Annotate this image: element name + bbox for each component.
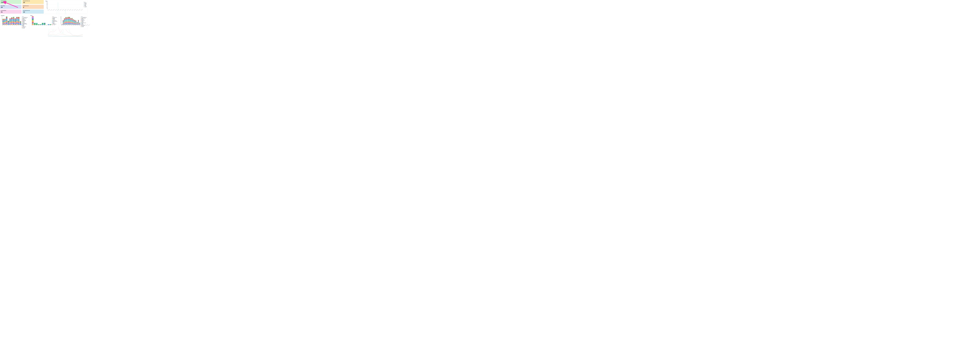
bar-column[interactable] [10,18,11,25]
legend-item[interactable]: Synthesizer School [22,24,28,24]
legend-item[interactable]: FB Reels [83,3,87,3]
scheduled-panel: Scheduled 1816141210864209/13/20239/14/2… [0,14,29,29]
scheduled-bars: 1816141210864209/13/20239/14/20239/15/20… [1,16,21,27]
bar-column[interactable] [76,22,78,25]
legend-item[interactable]: YouTube [81,27,87,27]
kpi-label: Scheduled (Week) [1,1,21,1]
legend-item[interactable]: Twitter [52,22,57,23]
ready-panel: Ready 1210864209/13/20239/14/20239/15/20… [29,14,58,29]
legend-item[interactable]: Twitter [83,5,87,6]
legend-item[interactable]: LinkedIn [52,20,57,21]
kpi-value: 29 [1,6,21,8]
kpi-card[interactable]: Scheduled (Tomorrow)13 [22,0,44,4]
kpi-value: 10 [23,11,43,13]
legend-item[interactable]: IG Reels [83,3,87,4]
legend-item[interactable]: YT Shorts [83,6,87,7]
bar-column[interactable] [16,17,18,25]
legend-item[interactable]: LinkedIn [81,22,87,22]
legend-item[interactable]: IG Reels [81,21,87,21]
bar-segment [32,17,33,18]
legend-item[interactable]: Kollege [22,22,28,22]
legend-item[interactable]: FB Reels [22,19,28,20]
legend-item[interactable]: TikTok [83,5,87,5]
legend-item[interactable]: Quantum Alumni [22,23,28,24]
bar-column[interactable] [6,16,7,25]
legend-item[interactable]: Growth Works [81,20,87,21]
legend-item[interactable]: YT Community [22,27,28,27]
kpi-card[interactable]: Ready (Tomorrow)3 [22,5,44,9]
history-bars: 11010090807060504030201002/19/20233/5/20… [60,16,80,27]
kpi-label: Ready (Tomorrow) [23,5,43,6]
bar-column[interactable] [69,17,70,25]
legend-item[interactable]: Consulting Accelerator [22,17,28,18]
legend-item[interactable]: Synthesizer School [81,22,87,23]
legend-item[interactable]: TikTok [81,23,87,24]
legend-item[interactable]: YT Community [52,24,57,24]
bar-column[interactable] [18,17,19,25]
kpi-card[interactable]: Not Ready (Tomorrow)10 [22,9,44,14]
legend-item[interactable]: Email [22,19,28,19]
legend-item[interactable]: Content Academy [52,17,57,18]
views-legend: ChannelFB ReelsIG ReelsLinkedInTikTokTwi… [83,2,87,11]
legend-item[interactable]: LinkedIn [22,22,28,23]
legend-item[interactable]: IG Reels [52,19,57,19]
bar-column[interactable] [11,17,13,25]
kpi-cards: Scheduled (Week)120Scheduled (Tomorrow)1… [0,0,44,14]
kpi-value: 13 [23,2,43,3]
legend-item[interactable]: YouTube [22,28,28,28]
bar-column[interactable] [3,19,4,25]
legend-item[interactable]: FB Reels [81,19,87,20]
kpi-value: 3 [23,6,43,8]
ready-title: Ready [30,15,57,16]
bar-column[interactable] [63,20,64,25]
history-title [60,15,87,16]
bar-column[interactable] [72,18,73,25]
legend-item[interactable]: Kollege [81,21,87,22]
scheduled-title: Scheduled [1,15,28,16]
legend-item[interactable]: YT Shorts [22,27,28,28]
legend-item[interactable]: Consulting Accelerator [81,17,87,18]
bar-column[interactable] [14,18,16,25]
bar-column[interactable] [73,19,74,25]
kpi-card[interactable]: Ready (Week)29 [0,5,22,9]
kpi-label: Not Ready (Week) [1,10,21,11]
bar-segment [32,19,33,21]
bar-segment [32,22,33,23]
bar-column[interactable] [70,18,72,25]
kpi-value: 91 [1,11,21,13]
ready-bars: 1210864209/13/20239/14/20239/15/20239/16… [30,16,51,27]
legend-item[interactable]: Kollege [52,19,57,20]
kpi-label: Scheduled (Tomorrow) [23,1,43,1]
kpi-card[interactable]: Not Ready (Week)91 [0,9,22,14]
views-title: Views [46,1,87,2]
legend-item[interactable]: Quantum Alumni [52,21,57,21]
legend-item[interactable]: YouTube [83,7,87,8]
kpi-card[interactable]: Scheduled (Week)120 [0,0,22,4]
legend-item[interactable]: Growth Works [22,20,28,21]
legend-item[interactable]: TikTok [52,22,57,22]
legend-item[interactable]: Email [81,19,87,19]
legend-item[interactable]: FB Reels [52,18,57,18]
legend-item[interactable]: IG Reels [22,21,28,22]
bar-column[interactable] [68,17,69,25]
legend-item[interactable]: Hacker News [22,21,28,21]
bar-column[interactable] [13,17,14,25]
bar-column[interactable] [67,17,68,25]
kpi-label: Ready (Week) [1,5,21,6]
bar-column[interactable] [64,18,65,25]
views-panel: Views 3000025000200001500010000500002/19… [45,0,88,14]
legend-item[interactable]: Synthesizer School [52,21,57,22]
kpi-value: 120 [1,2,21,3]
legend-item[interactable]: Content Academy [22,18,28,18]
legend-item[interactable]: Uplevel [52,23,57,24]
views-plot: 3000025000200001500010000500002/19/20233… [46,2,83,11]
bar-column[interactable] [32,16,33,25]
bar-column[interactable] [65,17,66,25]
kpi-label: Not Ready (Tomorrow) [23,10,43,11]
legend-item[interactable]: LinkedIn [83,4,87,5]
ready-legend: ChannelContent AcademyFB ReelsIG ReelsKo… [52,16,57,27]
legend-item[interactable]: YT Shorts [52,25,57,25]
legend-item[interactable]: Content Academy [81,18,87,18]
history-panel: 11010090807060504030201002/19/20233/5/20… [59,14,88,29]
bar-column[interactable] [4,19,6,25]
